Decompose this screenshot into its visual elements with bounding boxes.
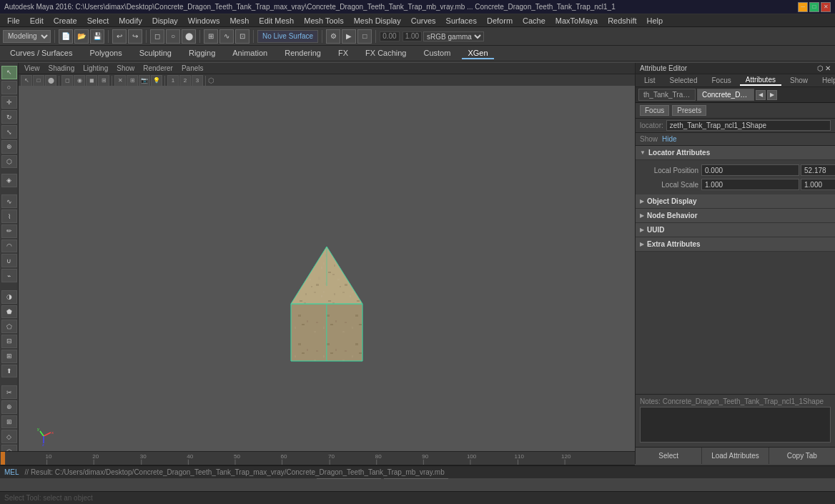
vp-icon-res1[interactable]: 1	[167, 75, 179, 87]
vp-icon-x[interactable]: ✕	[114, 75, 126, 87]
smooth-button[interactable]: ◉	[74, 75, 85, 87]
timeline-ruler[interactable]: 10 20 30 40 50 60 70 80 90 100 110 120	[0, 451, 635, 465]
scale-tool-button[interactable]: ⤡	[1, 125, 17, 139]
undo-button[interactable]: ↩	[112, 29, 127, 44]
snap-point-button[interactable]: ⊡	[235, 29, 249, 44]
vp-icon-grid[interactable]: ⊞	[127, 75, 138, 87]
move-tool-button[interactable]: ✛	[1, 96, 17, 109]
ae-tab-selected[interactable]: Selected	[664, 76, 703, 85]
gamma-select[interactable]: sRGB gamma	[423, 31, 484, 41]
append-polygon-button[interactable]: ⬠	[1, 320, 17, 333]
ae-tab-attributes[interactable]: Attributes	[740, 75, 781, 86]
tab-fx-caching[interactable]: FX Caching	[360, 48, 412, 59]
copy-tab-button[interactable]: Copy Tab	[769, 448, 835, 464]
viewport-view-menu[interactable]: View	[23, 64, 41, 72]
curve-tool-button[interactable]: ∿	[1, 194, 17, 208]
save-file-button[interactable]: 💾	[90, 29, 104, 44]
vp-icon-cam[interactable]: 📷	[139, 75, 150, 87]
select-tool-button[interactable]: ↖	[1, 66, 17, 79]
snap-curve-button[interactable]: ∿	[219, 29, 234, 44]
menu-mesh[interactable]: Mesh	[225, 16, 253, 26]
viewport-shading-menu[interactable]: Shading	[47, 64, 76, 72]
menu-windows[interactable]: Windows	[184, 16, 224, 26]
connect-button[interactable]: ⊕	[1, 400, 17, 414]
show-manipulator-button[interactable]: ◈	[1, 174, 17, 187]
load-attributes-button[interactable]: Load Attributes	[702, 448, 769, 464]
tab-custom[interactable]: Custom	[418, 48, 457, 59]
paint-mode-button[interactable]: ⬤	[182, 29, 196, 44]
ae-tab-list[interactable]: List	[638, 76, 661, 85]
tab-sculpting[interactable]: Sculpting	[134, 48, 177, 59]
vp-icon-res2[interactable]: 2	[179, 75, 191, 87]
bezier-tool-button[interactable]: ⌁	[1, 269, 17, 282]
parabola-tool-button[interactable]: ∪	[1, 254, 17, 267]
close-button[interactable]: ✕	[821, 2, 831, 12]
menu-surfaces[interactable]: Surfaces	[442, 16, 481, 26]
section-header-object-display[interactable]: ▶ Object Display	[636, 194, 835, 209]
vp-icon-light[interactable]: 💡	[151, 75, 162, 87]
menu-edit[interactable]: Edit	[26, 16, 48, 26]
soft-mod-button[interactable]: ⬡	[1, 155, 17, 169]
minimize-button[interactable]: ─	[798, 2, 808, 12]
maximize-button[interactable]: □	[809, 2, 819, 12]
attr-editor-float-button[interactable]: ⬡	[817, 64, 824, 72]
section-header-extra-attrs[interactable]: ▶ Extra Attributes	[636, 237, 835, 252]
menu-redshift[interactable]: Redshift	[603, 16, 641, 26]
node-tab-2[interactable]: Concrete_Dragon_Teeth_Tank_Trap_ncl1_1Sh…	[697, 89, 754, 101]
notes-textarea[interactable]	[640, 407, 831, 443]
flat-button[interactable]: ◼	[86, 75, 97, 87]
section-header-uuid[interactable]: ▶ UUID	[636, 223, 835, 237]
viewport[interactable]: x y z persp	[19, 86, 635, 464]
menu-edit-mesh[interactable]: Edit Mesh	[255, 16, 298, 26]
local-scale-x[interactable]	[701, 179, 799, 190]
hide-link[interactable]: Hide	[662, 135, 677, 143]
viewport-show-menu[interactable]: Show	[115, 64, 136, 72]
attr-editor-close-button[interactable]: ✕	[825, 64, 831, 72]
section-header-node-behavior[interactable]: ▶ Node Behavior	[636, 209, 835, 223]
menu-display[interactable]: Display	[148, 16, 182, 26]
rotate-tool-button[interactable]: ↻	[1, 110, 17, 124]
presets-button[interactable]: Presets	[672, 105, 706, 116]
menu-modify[interactable]: Modify	[114, 16, 146, 26]
universal-tool-button[interactable]: ⊕	[1, 140, 17, 154]
render-region-button[interactable]: □	[357, 29, 372, 44]
tab-rendering[interactable]: Rendering	[279, 48, 327, 59]
focus-button[interactable]: Focus	[640, 105, 669, 116]
node-tab-1[interactable]: th_Tank_Trap_ncl1_1	[638, 89, 696, 101]
menu-file[interactable]: File	[3, 16, 24, 26]
split-polygon-button[interactable]: ⊟	[1, 335, 17, 348]
select-button[interactable]: Select	[636, 448, 702, 464]
menu-mesh-tools[interactable]: Mesh Tools	[300, 16, 347, 26]
local-pos-y[interactable]	[801, 164, 835, 176]
ep-curve-button[interactable]: ⌇	[1, 209, 17, 223]
paint-op-button[interactable]: ⬤	[45, 75, 56, 87]
tab-animation[interactable]: Animation	[227, 48, 273, 59]
render-settings-button[interactable]: ⚙	[326, 29, 340, 44]
extrude-button[interactable]: ⬆	[1, 365, 17, 378]
viewport-renderer-menu[interactable]: Renderer	[142, 64, 174, 72]
redo-button[interactable]: ↪	[128, 29, 142, 44]
node-tab-next[interactable]: ▶	[767, 90, 777, 100]
menu-help[interactable]: Help	[643, 16, 668, 26]
ae-tab-focus[interactable]: Focus	[706, 76, 736, 85]
region-select-button[interactable]: □	[33, 75, 44, 87]
snap-grid-button[interactable]: ⊞	[204, 29, 218, 44]
insert-edge-loop-button[interactable]: ⊞	[1, 350, 17, 363]
tab-rigging[interactable]: Rigging	[183, 48, 221, 59]
local-pos-x[interactable]	[701, 164, 799, 176]
multi-cut-button[interactable]: ✂	[1, 385, 17, 399]
tab-polygons[interactable]: Polygons	[84, 48, 127, 59]
local-scale-y[interactable]	[801, 179, 835, 190]
bevel-button[interactable]: ◇	[1, 430, 17, 443]
tab-fx[interactable]: FX	[332, 48, 354, 59]
sculpt-geometry-button[interactable]: ◑	[1, 290, 17, 304]
select-object-button[interactable]: ↖	[21, 75, 32, 87]
render-button[interactable]: ▶	[342, 29, 356, 44]
menu-mesh-display[interactable]: Mesh Display	[350, 16, 405, 26]
menu-create[interactable]: Create	[49, 16, 81, 26]
arc-tool-button[interactable]: ◠	[1, 239, 17, 253]
new-file-button[interactable]: 📄	[59, 29, 73, 44]
ae-tab-help[interactable]: Help	[816, 76, 835, 85]
menu-deform[interactable]: Deform	[483, 16, 517, 26]
pencil-curve-button[interactable]: ✏	[1, 224, 17, 238]
